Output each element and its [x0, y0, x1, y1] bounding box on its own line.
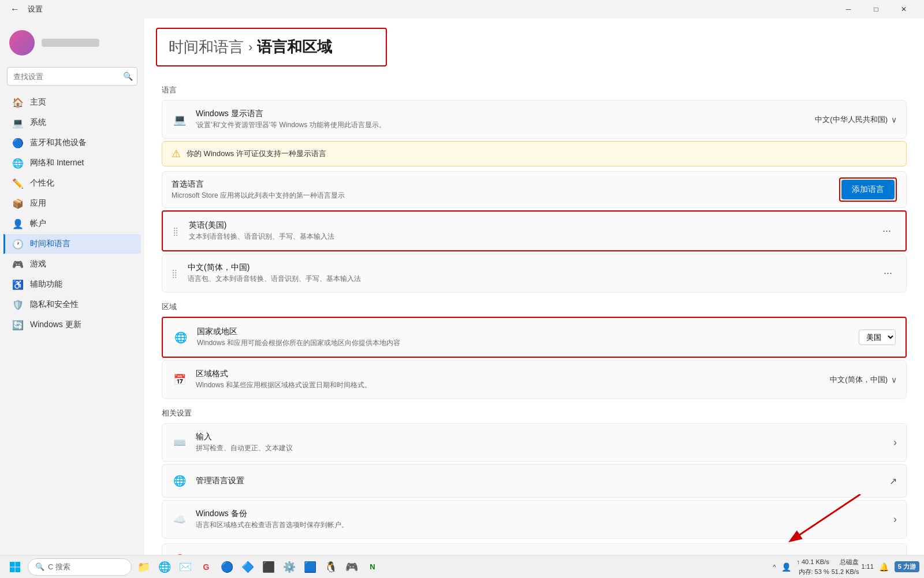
input-row[interactable]: ⌨️ 输入 拼写检查、自动更正、文本建议 › — [162, 423, 907, 462]
edge-icon[interactable]: 🌐 — [155, 557, 174, 577]
country-region-desc: Windows 和应用可能会根据你所在的国家或地区向你提供本地内容 — [197, 338, 851, 348]
manage-icon: 🌐 — [172, 473, 188, 489]
sidebar-item-time-language[interactable]: 🕐 时间和语言 — [3, 234, 141, 254]
manage-language-row[interactable]: 🌐 管理语言设置 ↗ — [162, 464, 907, 498]
english-language-desc: 文本到语音转换、语音识别、手写、基本输入法 — [189, 232, 870, 242]
terminal-icon[interactable]: ⬛ — [259, 557, 278, 577]
search-icon: 🔍 — [35, 562, 44, 571]
sidebar-item-system[interactable]: 💻 系统 — [3, 113, 141, 132]
gaming-icon: 🎮 — [13, 259, 23, 269]
start-button[interactable] — [5, 557, 25, 577]
country-select[interactable]: 美国 中国 — [859, 329, 896, 345]
svg-rect-4 — [16, 567, 21, 572]
page-title: 语言和区域 — [257, 37, 332, 57]
maximize-button[interactable]: □ — [863, 0, 889, 18]
preferred-language-title: 首选语言 — [172, 179, 839, 190]
sidebar-item-network[interactable]: 🌐 网络和 Internet — [3, 153, 141, 173]
sidebar-item-label: Windows 更新 — [30, 320, 81, 330]
chrome-icon[interactable]: 🔵 — [217, 557, 237, 577]
tray-time: 1:11 — [861, 562, 873, 572]
sidebar-item-gaming[interactable]: 🎮 游戏 — [3, 254, 141, 274]
monitor-icon: 💻 — [172, 112, 188, 128]
app-window: 🔍 🏠 主页 💻 系统 🔵 蓝牙和其他设备 🌐 网络和 Internet ✏️ … — [0, 18, 924, 555]
calendar-icon: 📅 — [172, 372, 188, 388]
cloud-icon: ☁️ — [172, 512, 188, 528]
settings-icon[interactable]: ⚙️ — [280, 557, 299, 577]
game-badge[interactable]: 5 力游 — [895, 561, 919, 572]
search-box[interactable]: 🔍 — [7, 67, 137, 86]
network-icon: 🌐 — [13, 158, 23, 168]
app-icon-2[interactable]: 🟦 — [300, 557, 320, 577]
country-select-wrap: 美国 中国 — [859, 329, 896, 345]
tray-up-arrow[interactable]: ^ — [773, 564, 776, 570]
sidebar-item-label: 网络和 Internet — [30, 158, 84, 168]
chevron-right-icon: › — [893, 513, 897, 525]
home-icon: 🏠 — [13, 97, 23, 108]
back-button[interactable]: ← — [7, 4, 23, 14]
chinese-language-label: 中文(简体，中国) — [188, 262, 871, 273]
title-bar: ← 设置 ─ □ ✕ — [0, 0, 924, 18]
sidebar-item-label: 游戏 — [30, 259, 46, 269]
app-title: 设置 — [28, 4, 43, 14]
country-region-row[interactable]: 🌐 国家或地区 Windows 和应用可能会根据你所在的国家或地区向你提供本地内… — [163, 318, 906, 357]
mail-icon[interactable]: ✉️ — [176, 557, 195, 577]
accessibility-icon: ♿ — [13, 279, 23, 290]
sidebar-item-label: 隐私和安全性 — [30, 299, 79, 310]
region-format-label: 区域格式 — [196, 369, 822, 379]
app-icon-4[interactable]: 🎮 — [342, 557, 362, 577]
taskbar-search[interactable]: 🔍 C 搜索 — [28, 558, 132, 576]
minimize-button[interactable]: ─ — [835, 0, 862, 18]
taskbar-search-label: C 搜索 — [48, 562, 70, 572]
globe-icon: 🌐 — [173, 329, 189, 346]
sidebar-item-apps[interactable]: 📦 应用 — [3, 194, 141, 213]
get-help-row[interactable]: ❓ 获取帮助 — [162, 543, 907, 555]
sidebar-item-label: 个性化 — [30, 178, 54, 188]
file-explorer-icon[interactable]: 📁 — [134, 557, 154, 577]
nav-list: 🏠 主页 💻 系统 🔵 蓝牙和其他设备 🌐 网络和 Internet ✏️ 个性… — [0, 92, 144, 335]
drag-handle-icon[interactable]: ⣿ — [173, 227, 178, 236]
google-icon[interactable]: G — [196, 557, 216, 577]
app-icon-1[interactable]: 🔷 — [238, 557, 258, 577]
warning-text: 你的 Windows 许可证仅支持一种显示语言 — [187, 149, 326, 159]
sidebar-item-accounts[interactable]: 👤 帐户 — [3, 214, 141, 234]
taskbar: 🔍 C 搜索 📁 🌐 ✉️ G 🔵 🔷 ⬛ ⚙️ 🟦 🐧 🎮 N ^ 👤 ↑ 4… — [0, 555, 924, 578]
region-format-row[interactable]: 📅 区域格式 Windows 和某些应用根据区域格式设置日期和时间格式。 中文(… — [162, 360, 907, 399]
nvidia-icon[interactable]: N — [363, 557, 382, 577]
sidebar-item-accessibility[interactable]: ♿ 辅助功能 — [3, 275, 141, 294]
taskbar-icons: 📁 🌐 ✉️ G 🔵 🔷 ⬛ ⚙️ 🟦 🐧 🎮 N — [134, 557, 382, 577]
drag-handle-icon[interactable]: ⣿ — [172, 269, 177, 278]
input-label: 输入 — [196, 432, 885, 442]
user-profile — [0, 25, 144, 65]
sidebar-item-home[interactable]: 🏠 主页 — [3, 92, 141, 112]
display-language-desc: '设置'和'文件资源管理器'等 Windows 功能将使用此语言显示。 — [196, 120, 807, 130]
tray-icon-user[interactable]: 👤 — [778, 559, 794, 575]
windows-logo-icon — [9, 561, 21, 573]
sidebar-item-personalization[interactable]: ✏️ 个性化 — [3, 173, 141, 193]
svg-rect-1 — [10, 562, 15, 567]
keyboard-icon: ⌨️ — [172, 435, 188, 451]
sidebar-item-privacy[interactable]: 🛡️ 隐私和安全性 — [3, 295, 141, 314]
close-button[interactable]: ✕ — [891, 0, 917, 18]
warning-banner: ⚠ 你的 Windows 许可证仅支持一种显示语言 — [162, 141, 907, 166]
add-language-button[interactable]: 添加语言 — [841, 180, 895, 199]
sidebar-item-windows-update[interactable]: 🔄 Windows 更新 — [3, 315, 141, 335]
sidebar-item-bluetooth[interactable]: 🔵 蓝牙和其他设备 — [3, 133, 141, 153]
app-icon-3[interactable]: 🐧 — [321, 557, 341, 577]
display-language-row[interactable]: 💻 Windows 显示语言 '设置'和'文件资源管理器'等 Windows 功… — [162, 100, 907, 139]
windows-backup-label: Windows 备份 — [196, 509, 885, 519]
english-language-label: 英语(美国) — [189, 220, 870, 231]
search-icon: 🔍 — [123, 72, 133, 81]
system-icon: 💻 — [13, 117, 23, 128]
notification-icon[interactable]: 🔔 — [876, 559, 892, 575]
language-row-chinese[interactable]: ⣿ 中文(简体，中国) 语言包、文本到语音转换、语音识别、手写、基本输入法 ··… — [162, 254, 907, 292]
cpu-usage: 内存: 53 % — [796, 567, 829, 577]
search-input[interactable] — [7, 67, 137, 86]
preferred-language-row: 首选语言 Microsoft Store 应用将以此列表中支持的第一种语言显示 … — [162, 171, 907, 208]
sidebar-item-label: 辅助功能 — [30, 279, 62, 290]
language-row-english[interactable]: ⣿ 英语(美国) 文本到语音转换、语音识别、手写、基本输入法 ··· — [163, 212, 906, 250]
sidebar-item-label: 系统 — [30, 117, 46, 128]
more-options-icon[interactable]: ··· — [878, 223, 896, 239]
sidebar-item-label: 蓝牙和其他设备 — [30, 138, 87, 148]
more-options-icon[interactable]: ··· — [879, 265, 897, 281]
windows-backup-row[interactable]: ☁️ Windows 备份 语言和区域格式在检查语言首选项时保存到帐户。 › — [162, 500, 907, 539]
